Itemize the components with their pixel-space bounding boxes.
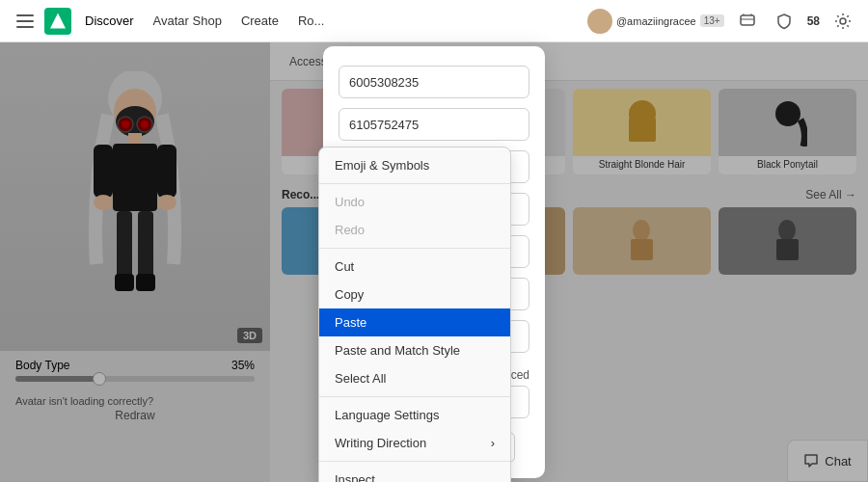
ctx-language-settings[interactable]: Language Settings [319,401,510,429]
user-profile[interactable]: @amaziingracee 13+ [587,9,724,34]
ctx-emoji-symbols[interactable]: Emoji & Symbols [319,151,510,179]
ctx-writing-direction[interactable]: Writing Direction › [319,429,510,457]
settings-icon[interactable] [829,8,856,35]
ctx-select-all[interactable]: Select All [319,364,510,392]
svg-rect-5 [741,15,754,25]
hamburger-menu[interactable] [12,8,39,35]
nav-discover[interactable]: Discover [85,13,134,28]
asset-id-input-1[interactable] [339,66,529,98]
ctx-divider-2 [319,248,510,249]
username: @amaziingracee [616,15,696,27]
logo[interactable] [44,8,71,35]
nav-create[interactable]: Create [241,13,279,28]
robux-count: 58 [807,14,820,28]
svg-point-3 [595,13,605,25]
ctx-divider-1 [319,183,510,184]
svg-rect-1 [16,20,34,22]
age-badge: 13+ [700,14,724,27]
shield-icon[interactable] [771,8,798,35]
notifications-icon[interactable] [734,8,761,35]
svg-rect-2 [16,26,34,28]
svg-rect-0 [16,14,34,16]
ctx-paste-match-style[interactable]: Paste and Match Style [319,336,510,364]
avatar-thumbnail [587,9,612,34]
svg-point-9 [840,18,846,24]
nav-items: Discover Avatar Shop Create Ro... [85,13,324,28]
nav-avatar-shop[interactable]: Avatar Shop [153,13,222,28]
ctx-paste[interactable]: Paste [319,308,510,336]
nav-more[interactable]: Ro... [298,13,324,28]
context-menu: Emoji & Symbols Undo Redo Cut Copy Paste… [318,147,511,482]
top-nav: Discover Avatar Shop Create Ro... @amazi… [0,0,868,42]
nav-right: @amaziingracee 13+ 58 [587,8,856,35]
chevron-right-icon: › [491,436,495,450]
ctx-divider-4 [319,461,510,462]
main-layout: 3D Body Type 35% Avatar isn't loading co… [0,42,868,482]
ctx-cut[interactable]: Cut [319,253,510,281]
ctx-divider-3 [319,396,510,397]
ctx-inspect[interactable]: Inspect [319,466,510,482]
ctx-copy[interactable]: Copy [319,281,510,308]
svg-point-4 [591,25,609,34]
ctx-undo[interactable]: Undo [319,188,510,216]
modal-overlay: Advanced Save Cancel Emoji & Symbols Und… [0,42,868,482]
asset-id-input-2[interactable] [339,108,529,141]
ctx-redo[interactable]: Redo [319,216,510,244]
